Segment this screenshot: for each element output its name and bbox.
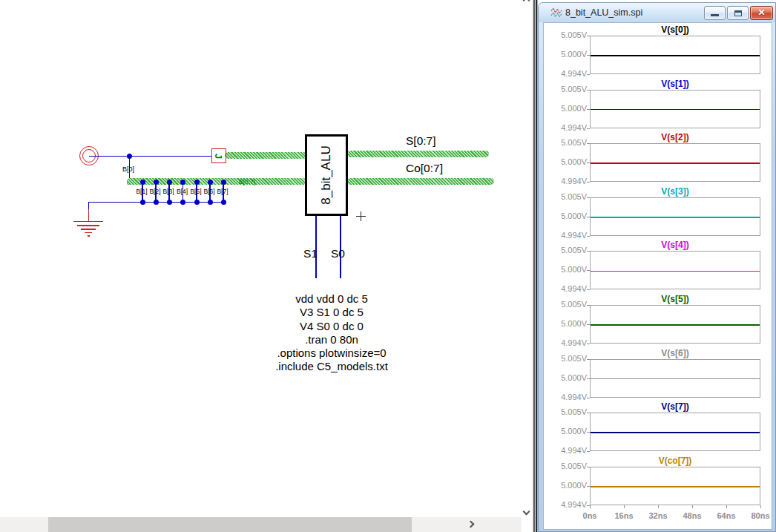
- plot-panes: V(s[0])5.005V5.000V4.994VV(s[1])5.005V5.…: [544, 23, 772, 529]
- spice-directive-text[interactable]: vdd vdd 0 dc 5V3 S1 0 dc 5V4 S0 0 dc 0.t…: [249, 292, 414, 374]
- net-label-s0[interactable]: S0: [331, 247, 345, 260]
- trace-line[interactable]: [591, 432, 760, 433]
- y-axis-tick: [587, 55, 590, 56]
- net-label-b0[interactable]: B[0]: [122, 165, 134, 173]
- trace-line[interactable]: [591, 55, 760, 56]
- trace-line[interactable]: [591, 271, 760, 272]
- minimize-icon: [711, 14, 719, 16]
- trace-line[interactable]: [591, 486, 760, 487]
- x-axis-tick-label: 48ns: [676, 511, 708, 520]
- pane-plot-box[interactable]: [590, 36, 760, 74]
- y-axis-tick: [587, 143, 590, 144]
- net-label-b-pin[interactable]: B[7]: [214, 188, 231, 195]
- junction-dot: [167, 180, 172, 185]
- y-axis-tick: [587, 182, 590, 183]
- y-axis-tick-label: 5.000V: [551, 265, 587, 274]
- y-axis-tick: [587, 398, 590, 398]
- pane-plot-box[interactable]: [590, 143, 760, 182]
- scroll-right-icon[interactable]: [467, 521, 475, 528]
- y-axis-tick-label: 5.005V: [551, 85, 587, 93]
- wire-source-to-j[interactable]: [89, 156, 212, 157]
- ground-bar: [81, 229, 96, 230]
- bus-b-upper-left[interactable]: [225, 152, 306, 159]
- y-axis-tick-label: 5.000V: [551, 319, 587, 328]
- scroll-up-icon[interactable]: [523, 0, 530, 4]
- y-axis-tick-label: 5.005V: [551, 354, 587, 363]
- net-label-s1[interactable]: S1: [303, 247, 318, 260]
- spice-line[interactable]: .include C5_models.txt: [249, 360, 414, 373]
- horizontal-scrollbar-thumb[interactable]: [48, 517, 412, 532]
- y-axis-tick-label: 5.000V: [551, 104, 587, 113]
- restore-icon: [734, 10, 742, 16]
- waveform-window: 8_bit_ALU_sim.spi ✕ V(s[0])5.005V5.000V4…: [538, 2, 776, 532]
- ground-bar: [77, 225, 99, 226]
- y-axis-tick: [587, 197, 590, 198]
- x-axis-tick: [760, 505, 761, 508]
- bus-label-b07[interactable]: B[0:7]: [239, 178, 255, 185]
- scroll-down-icon[interactable]: [523, 508, 530, 516]
- y-axis-tick-label: 5.000V: [551, 157, 587, 166]
- pane-title: V(s[3]): [590, 186, 760, 197]
- pane-plot-box[interactable]: [590, 413, 760, 451]
- pane-plot-box[interactable]: [590, 197, 760, 236]
- alu-block[interactable]: 8_bit_ALU: [305, 134, 348, 216]
- y-axis-tick-label: 5.005V: [551, 30, 587, 39]
- y-axis-tick: [587, 467, 590, 467]
- y-axis-tick: [587, 413, 590, 413]
- pane-title: V(co[7]): [590, 456, 760, 466]
- wire-bottom-bus[interactable]: [88, 202, 225, 203]
- pane-title: V(s[7]): [590, 401, 760, 412]
- y-axis-tick-label: 5.000V: [551, 373, 587, 382]
- ground-symbol[interactable]: [73, 221, 103, 223]
- window-titlebar[interactable]: 8_bit_ALU_sim.spi ✕: [539, 3, 775, 22]
- y-axis-tick: [587, 90, 590, 91]
- ground-bar: [88, 235, 90, 237]
- pane-plot-box[interactable]: [590, 359, 760, 398]
- trace-line[interactable]: [591, 217, 760, 218]
- close-button[interactable]: ✕: [750, 6, 773, 20]
- alu-block-label: 8_bit_ALU: [319, 145, 334, 204]
- waveform-client-area[interactable]: V(s[0])5.005V5.000V4.994VV(s[1])5.005V5.…: [543, 22, 772, 530]
- trace-line[interactable]: [591, 324, 760, 326]
- restore-button[interactable]: [727, 6, 749, 20]
- bus-label-s07[interactable]: S[0:7]: [406, 134, 436, 148]
- y-axis-tick: [587, 128, 590, 129]
- x-axis-tick-label: 64ns: [710, 511, 743, 520]
- schematic-canvas[interactable]: B[0] B[0:7] J B[1]B[2]B[3]B[4]B[5]B[6]B[…: [0, 0, 522, 517]
- spice-line[interactable]: V4 S0 0 dc 0: [249, 320, 414, 333]
- x-axis-tick: [624, 505, 625, 508]
- bus-label-co07[interactable]: Co[0:7]: [406, 162, 443, 175]
- pane-plot-box[interactable]: [590, 305, 760, 344]
- vertical-scrollbar[interactable]: [522, 0, 533, 517]
- pane-plot-box[interactable]: [590, 467, 760, 505]
- spice-line[interactable]: .options plotwinsize=0: [249, 347, 414, 360]
- pane-title: V(s[0]): [590, 24, 760, 35]
- trace-line[interactable]: [591, 378, 760, 380]
- minimize-button[interactable]: [704, 6, 726, 20]
- bus-s-right[interactable]: [347, 151, 489, 157]
- y-axis-tick: [587, 270, 590, 271]
- trace-line[interactable]: [591, 162, 760, 164]
- j-port-symbol[interactable]: J: [211, 148, 226, 163]
- trace-line[interactable]: [591, 109, 760, 111]
- y-axis-tick: [587, 378, 590, 379]
- x-axis-tick-label: 16ns: [608, 511, 640, 520]
- spice-line[interactable]: vdd vdd 0 dc 5: [249, 292, 414, 306]
- y-axis-tick: [587, 451, 590, 452]
- y-axis-tick-label: 4.994V: [551, 500, 587, 509]
- horizontal-scrollbar[interactable]: [0, 517, 522, 532]
- y-axis-tick-label: 4.994V: [551, 69, 587, 78]
- pane-plot-box[interactable]: [590, 251, 760, 289]
- x-axis-tick: [658, 505, 659, 508]
- x-axis-tick: [692, 505, 693, 508]
- spice-line[interactable]: .tran 0 80n: [249, 333, 414, 347]
- y-axis-tick-label: 4.994V: [551, 338, 587, 347]
- spice-line[interactable]: V3 S1 0 dc 5: [249, 306, 414, 319]
- y-axis-tick-label: 5.005V: [551, 300, 587, 309]
- pane-plot-box[interactable]: [590, 90, 760, 128]
- y-axis-tick: [587, 251, 590, 252]
- pane-title: V(s[4]): [590, 240, 760, 250]
- bus-co-right[interactable]: [347, 178, 494, 185]
- y-axis-tick-label: 5.000V: [551, 50, 587, 59]
- x-axis-tick-label: 0ns: [573, 511, 606, 520]
